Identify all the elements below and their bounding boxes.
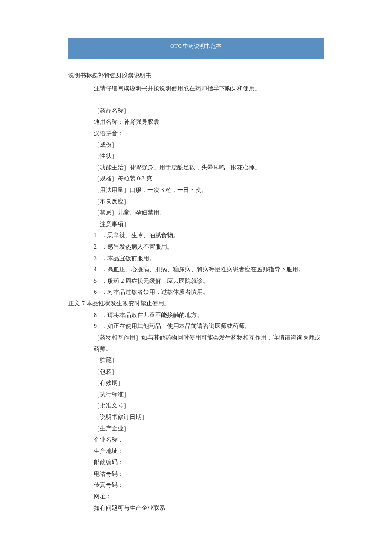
- content-line: 企业名称：: [94, 434, 324, 446]
- content-line: ［性状］: [94, 151, 324, 162]
- content-line: 电话号码：: [94, 468, 324, 480]
- list-number: 1: [94, 230, 101, 241]
- list-number: 8: [94, 310, 101, 321]
- bracket-label: ［药物相互作用］: [94, 334, 141, 341]
- content-line: 6．对本品过敏者禁用，过敏体质者慎用。: [94, 287, 324, 298]
- content-line: ［药物相互作用］如与其他药物同时使用可能会发生药物相互作用，详情请咨询医师或药师…: [94, 332, 324, 355]
- content-line: ［贮藏］: [94, 355, 324, 366]
- bracket-label: ［批准文号］: [94, 402, 130, 409]
- content-line: 9．如正在使用其他药品，使用本品前请咨询医师或药师。: [94, 321, 324, 332]
- list-number: 3: [94, 253, 101, 264]
- list-number: 9: [94, 321, 101, 332]
- content-line: 邮政编码：: [94, 457, 324, 468]
- content-line: 4．高血压、心脏病、肝病、糖尿病、肾病等慢性病患者应在医师指导下服用。: [94, 264, 324, 276]
- bracket-label: ［用法用量］: [94, 187, 130, 193]
- content-line: ［规格］每粒装 0·3 克: [94, 173, 324, 185]
- list-number: 4: [94, 264, 101, 276]
- content-line: ［功能主治］补肾强身。用于腰酸足软，头晕耳鸣，眼花心悸。: [94, 162, 324, 174]
- plain-text: 邮政编码：: [94, 459, 124, 465]
- bracket-label: ［不良反应］: [94, 198, 130, 205]
- body-prefix: 正文: [68, 298, 80, 310]
- bracket-label: ［药品名称］: [94, 108, 130, 114]
- body-text-line-7: 正文 7.本品性状发生改变时禁止使用。: [68, 298, 324, 310]
- content-line: 传真号码：: [94, 479, 324, 491]
- content-block-1: ［药品名称］通用名称：补肾强身胶囊汉语拼音：［成份］［性状］［功能主治］补肾强身…: [68, 105, 324, 298]
- content-line: ［不良反应］: [94, 196, 324, 208]
- banner-title: OTC 中药说明书范本: [170, 43, 222, 49]
- bracket-label: ［包装］: [94, 369, 118, 375]
- body-7-text: 7.本品性状发生改变时禁止使用。: [80, 298, 170, 310]
- title-value: 补肾强身胶囊说明书: [98, 72, 152, 78]
- bracket-value: 每粒装 0·3 克: [118, 175, 152, 182]
- bracket-label: ［说明书修订日期］: [94, 414, 147, 420]
- list-number: 6: [94, 287, 101, 298]
- content-line: 生产地址：: [94, 446, 324, 457]
- plain-text: 汉语拼音：: [94, 130, 124, 137]
- content-line: ［执行标准］: [94, 389, 324, 401]
- content-line: ［生产企业］: [94, 423, 324, 435]
- title-label: 说明书标题: [68, 72, 98, 78]
- bracket-label: ［成份］: [94, 142, 118, 148]
- list-text: ．本品宜饭前服用。: [101, 253, 155, 264]
- list-text: ．服药 2 周症状无缓解，应去医院就诊。: [101, 276, 209, 287]
- plain-text: 如有问题可与生产企业联系: [94, 505, 165, 511]
- plain-text: 企业名称：: [94, 436, 124, 443]
- plain-text: 电话号码：: [94, 471, 124, 477]
- list-text: ．高血压、心脏病、肝病、糖尿病、肾病等慢性病患者应在医师指导下服用。: [101, 264, 304, 276]
- content-line: 8．请将本品放在儿童不能接触的地方。: [94, 310, 324, 321]
- list-text: ．感冒发热病人不宜服用。: [101, 241, 173, 253]
- content-line: 2．感冒发热病人不宜服用。: [94, 241, 324, 253]
- bracket-label: ［禁忌］: [94, 209, 118, 216]
- plain-text: 生产地址：: [94, 448, 124, 454]
- bracket-label: ［注意事项］: [94, 221, 130, 227]
- content-line: ［有效期］: [94, 378, 324, 389]
- content-line: ［成份］: [94, 139, 324, 151]
- list-number: 2: [94, 241, 101, 253]
- bracket-value: 口服，一次 3 粒，一日 3 次。: [130, 187, 207, 193]
- content-line: 3．本品宜饭前服用。: [94, 253, 324, 264]
- content-line: 通用名称：补肾强身胶囊: [94, 116, 324, 128]
- bracket-value: 补肾强身。用于腰酸足软，头晕耳鸣，眼花心悸。: [130, 164, 261, 171]
- plain-text: 网址：: [94, 493, 112, 500]
- bracket-label: ［生产企业］: [94, 425, 130, 432]
- content-line: ［禁忌］儿童、孕妇禁用。: [94, 207, 324, 219]
- content-line: ［批准文号］: [94, 400, 324, 412]
- content-line: 网址：: [94, 491, 324, 503]
- bracket-label: ［执行标准］: [94, 391, 130, 398]
- content-line: 5．服药 2 周症状无缓解，应去医院就诊。: [94, 276, 324, 287]
- bracket-label: ［有效期］: [94, 380, 124, 386]
- plain-text: 传真号码：: [94, 482, 124, 488]
- note-text: 注请仔细阅读说明书并按说明使用或在药师指导下购买和使用。: [94, 85, 261, 92]
- content-line: 汉语拼音：: [94, 128, 324, 139]
- list-text: ．对本品过敏者禁用，过敏体质者慎用。: [101, 287, 209, 298]
- content-line: ［药品名称］: [94, 105, 324, 117]
- list-text: ．请将本品放在儿童不能接触的地方。: [101, 310, 203, 321]
- bracket-label: ［性状］: [94, 153, 118, 159]
- content-line: 如有问题可与生产企业联系: [94, 503, 324, 514]
- content-line: ［说明书修订日期］: [94, 412, 324, 423]
- bracket-label: ［规格］: [94, 175, 118, 182]
- content-line: ［用法用量］口服，一次 3 粒，一日 3 次。: [94, 185, 324, 196]
- document-title-line: 说明书标题补肾强身胶囊说明书: [68, 70, 324, 81]
- list-text: ．如正在使用其他药品，使用本品前请咨询医师或药师。: [101, 321, 251, 332]
- bracket-label: ［功能主治］: [94, 164, 130, 171]
- list-text: ．忌辛辣、生冷、油腻食物。: [101, 230, 179, 241]
- content-line: ［包装］: [94, 366, 324, 378]
- header-banner: OTC 中药说明书范本: [68, 38, 324, 59]
- bracket-value: 儿童、孕妇禁用。: [118, 209, 165, 216]
- note-line: 注请仔细阅读说明书并按说明使用或在药师指导下购买和使用。: [68, 83, 324, 95]
- content-line: ［注意事项］: [94, 219, 324, 230]
- content-block-2: 8．请将本品放在儿童不能接触的地方。9．如正在使用其他药品，使用本品前请咨询医师…: [68, 310, 324, 514]
- content-line: 1．忌辛辣、生冷、油腻食物。: [94, 230, 324, 241]
- list-number: 5: [94, 276, 101, 287]
- plain-text: 通用名称：补肾强身胶囊: [94, 119, 159, 125]
- bracket-label: ［贮藏］: [94, 357, 118, 363]
